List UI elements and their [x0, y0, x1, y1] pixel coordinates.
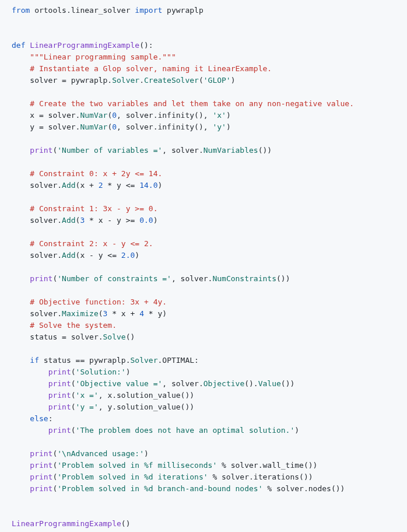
code-block: from ortools.linear_solver import pywrap…: [12, 5, 407, 530]
code-content: from ortools.linear_solver import pywrap…: [12, 6, 354, 528]
